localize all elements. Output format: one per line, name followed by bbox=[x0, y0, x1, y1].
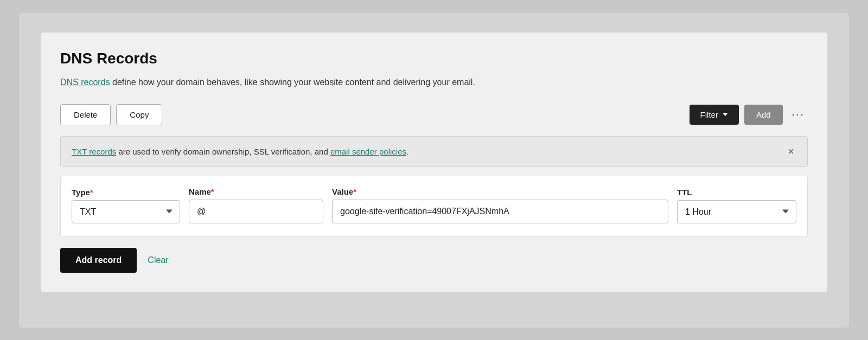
value-input[interactable] bbox=[332, 200, 668, 223]
delete-button[interactable]: Delete bbox=[60, 104, 111, 125]
outer-wrapper: DNS Records DNS records define how your … bbox=[19, 13, 849, 328]
name-label: Name* bbox=[189, 187, 323, 196]
info-banner-text: TXT records are used to verify domain ow… bbox=[72, 147, 409, 156]
name-input[interactable] bbox=[189, 200, 323, 223]
info-banner: TXT records are used to verify domain ow… bbox=[60, 136, 808, 167]
toolbar-right: Filter Add ··· bbox=[690, 105, 808, 125]
description: DNS records define how your domain behav… bbox=[60, 76, 808, 89]
action-row: Add record Clear bbox=[60, 248, 808, 273]
dns-records-link[interactable]: DNS records bbox=[60, 78, 110, 87]
type-select-wrapper: TXT A AAAA CNAME MX NS SRV CAA bbox=[72, 200, 180, 223]
clear-button[interactable]: Clear bbox=[148, 255, 168, 265]
ttl-label: TTL bbox=[677, 188, 796, 197]
type-label: Type* bbox=[72, 188, 180, 197]
add-record-button[interactable]: Add record bbox=[60, 248, 137, 273]
close-banner-button[interactable]: × bbox=[786, 145, 796, 158]
form-area: Type* TXT A AAAA CNAME MX NS SRV CAA bbox=[60, 176, 808, 237]
add-button[interactable]: Add bbox=[744, 105, 783, 125]
form-row: Type* TXT A AAAA CNAME MX NS SRV CAA bbox=[72, 187, 796, 223]
filter-button[interactable]: Filter bbox=[690, 105, 739, 125]
page-title: DNS Records bbox=[60, 50, 808, 67]
value-field-group: Value* bbox=[332, 187, 668, 223]
type-field-group: Type* TXT A AAAA CNAME MX NS SRV CAA bbox=[72, 188, 180, 223]
filter-chevron-icon bbox=[723, 113, 728, 116]
dns-records-card: DNS Records DNS records define how your … bbox=[41, 33, 827, 292]
toolbar: Delete Copy Filter Add ··· bbox=[60, 104, 808, 125]
name-field-group: Name* bbox=[189, 187, 323, 223]
ttl-field-group: TTL 1 Hour 30 Minutes 1 Day Custom bbox=[677, 188, 796, 223]
ttl-select[interactable]: 1 Hour 30 Minutes 1 Day Custom bbox=[677, 200, 796, 223]
value-label: Value* bbox=[332, 187, 668, 196]
txt-records-link[interactable]: TXT records bbox=[72, 147, 116, 156]
type-select[interactable]: TXT A AAAA CNAME MX NS SRV CAA bbox=[72, 200, 180, 223]
email-sender-policies-link[interactable]: email sender policies bbox=[330, 147, 406, 156]
more-button[interactable]: ··· bbox=[788, 105, 808, 124]
toolbar-left: Delete Copy bbox=[60, 104, 684, 125]
copy-button[interactable]: Copy bbox=[116, 104, 162, 125]
ttl-select-wrapper: 1 Hour 30 Minutes 1 Day Custom bbox=[677, 200, 796, 223]
